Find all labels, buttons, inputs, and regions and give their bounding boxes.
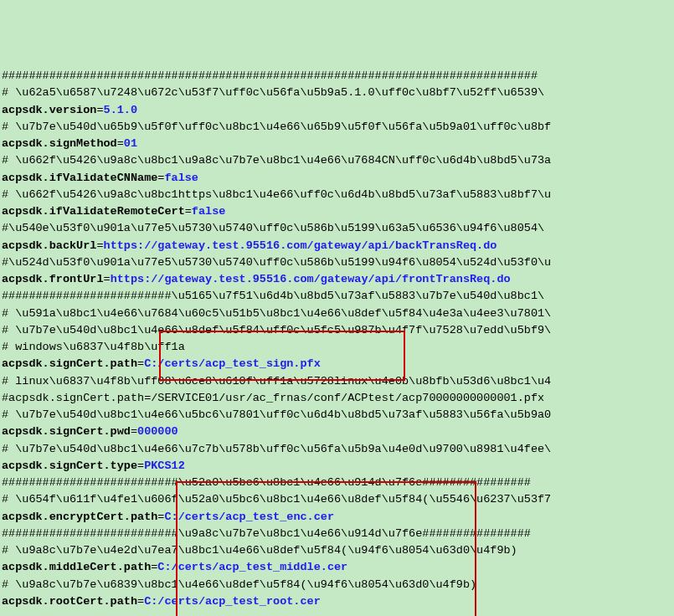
property-line: acpsdk.signMethod=01 xyxy=(0,136,674,152)
property-key: acpsdk.signCert.type xyxy=(2,459,137,472)
hash-line: ##########################\u9a8c\u7b7e\u… xyxy=(0,526,674,542)
property-value: C:/certs/acp_test_enc.cer xyxy=(164,511,334,523)
property-value: C:/certs/acp_test_middle.cer xyxy=(157,561,347,573)
comment-line: # \u9a8c\u7b7e\u4e2d\u7ea7\u8bc1\u4e66\u… xyxy=(0,542,674,559)
comment-line: #########################\u5165\u7f51\u6… xyxy=(0,288,674,305)
property-value: https://gateway.test.95516.com/gateway/a… xyxy=(104,239,497,252)
property-key: acpsdk.signMethod xyxy=(2,137,117,150)
property-key: acpsdk.ifValidateCNName xyxy=(2,172,157,184)
property-key: acpsdk.backUrl xyxy=(2,239,96,252)
property-value: 01 xyxy=(124,137,137,150)
property-line: acpsdk.backUrl=https://gateway.test.9551… xyxy=(0,238,674,254)
comment-line: # \u654f\u611f\u4fe1\u606f\u52a0\u5bc6\u… xyxy=(0,491,674,508)
property-value: false xyxy=(192,205,226,218)
comment-line: #acpsdk.signCert.path=/SERVICE01/usr/ac_… xyxy=(0,390,674,407)
property-key: acpsdk.signCert.path xyxy=(2,357,137,370)
property-value: C:/certs/acp_test_root.cer xyxy=(144,595,321,608)
property-line: acpsdk.frontUrl=https://gateway.test.955… xyxy=(0,271,674,288)
property-line: acpsdk.encryptCert.path=C:/certs/acp_tes… xyxy=(0,509,674,526)
property-key: acpsdk.middleCert.path xyxy=(2,561,151,573)
hash-line: ########################################… xyxy=(0,68,674,85)
comment-line: # \u7b7e\u540d\u8bc1\u4e66\u8def\u5f84\u… xyxy=(0,322,674,339)
property-value: PKCS12 xyxy=(144,459,185,472)
property-key: acpsdk.version xyxy=(2,104,96,116)
property-line: acpsdk.rootCert.path=C:/certs/acp_test_r… xyxy=(0,593,674,610)
comment-line: # linux\u6837\u4f8b\uff08\u6ce8\u610f\uf… xyxy=(0,373,674,390)
comment-line: # \u62a5\u6587\u7248\u672c\u53f7\uff0c\u… xyxy=(0,85,674,101)
comment-line: #\u524d\u53f0\u901a\u77e5\u5730\u5740\uf… xyxy=(0,254,674,271)
comment-line: # \u662f\u5426\u9a8c\u8bc1https\u8bc1\u4… xyxy=(0,187,674,203)
property-key: acpsdk.signCert.pwd xyxy=(2,425,131,438)
properties-file-content: ########################################… xyxy=(0,68,674,610)
property-key: acpsdk.ifValidateRemoteCert xyxy=(2,205,185,218)
property-line: acpsdk.ifValidateRemoteCert=false xyxy=(0,203,674,220)
property-key: acpsdk.encryptCert.path xyxy=(2,511,157,523)
property-key: acpsdk.rootCert.path xyxy=(2,595,137,608)
property-line: acpsdk.signCert.pwd=000000 xyxy=(0,424,674,440)
property-line: acpsdk.middleCert.path=C:/certs/acp_test… xyxy=(0,559,674,576)
comment-line: # \u591a\u8bc1\u4e66\u7684\u60c5\u51b5\u… xyxy=(0,305,674,322)
comment-line: # windows\u6837\u4f8b\uff1a xyxy=(0,339,674,356)
comment-line: # \u7b7e\u540d\u8bc1\u4e66\u5bc6\u7801\u… xyxy=(0,407,674,424)
property-line: acpsdk.ifValidateCNName=false xyxy=(0,170,674,187)
comment-line: # \u9a8c\u7b7e\u6839\u8bc1\u4e66\u8def\u… xyxy=(0,577,674,593)
comment-line: #\u540e\u53f0\u901a\u77e5\u5730\u5740\uf… xyxy=(0,220,674,237)
property-value: false xyxy=(164,172,198,184)
property-key: acpsdk.frontUrl xyxy=(2,273,104,285)
comment-line: # \u7b7e\u540d\u8bc1\u4e66\u7c7b\u578b\u… xyxy=(0,441,674,458)
property-line: acpsdk.signCert.type=PKCS12 xyxy=(0,458,674,475)
property-line: acpsdk.signCert.path=C:/certs/acp_test_s… xyxy=(0,356,674,372)
hash-line: ##########################\u52a0\u5bc6\u… xyxy=(0,475,674,491)
property-value: C:/certs/acp_test_sign.pfx xyxy=(144,357,321,370)
property-value: https://gateway.test.95516.com/gateway/a… xyxy=(111,273,511,285)
comment-line: # \u662f\u5426\u9a8c\u8bc1\u9a8c\u7b7e\u… xyxy=(0,152,674,169)
property-value: 000000 xyxy=(137,425,178,438)
comment-line: # \u7b7e\u540d\u65b9\u5f0f\uff0c\u8bc1\u… xyxy=(0,119,674,136)
property-line: acpsdk.version=5.1.0 xyxy=(0,102,674,119)
property-value: 5.1.0 xyxy=(104,104,138,116)
